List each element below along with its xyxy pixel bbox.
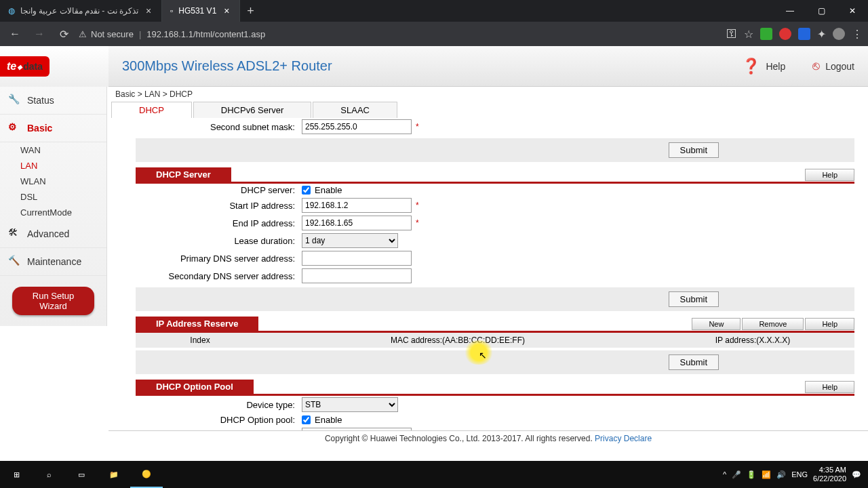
browser-tab-1[interactable]: ▫ HG531 V1 ×: [162, 0, 240, 22]
tab-dhcp[interactable]: DHCP: [111, 102, 192, 118]
ip-reserve-section-header: IP Address Reserve New Remove Help: [136, 317, 854, 333]
wifi-icon[interactable]: 📶: [762, 470, 771, 479]
new-tab-button[interactable]: +: [240, 4, 261, 18]
logo: te⬥data: [0, 56, 50, 77]
sidebar-item-basic[interactable]: ⚙ Basic: [0, 115, 106, 142]
sidebar-submenu: WAN LAN WLAN DSL CurrentMode: [0, 142, 106, 220]
security-warning: ⚠ Not secure: [79, 29, 134, 39]
system-tray: ^ 🎤 🔋 📶 🔊 ENG 4:35 AM 6/22/2020 💬: [723, 466, 868, 483]
search-button[interactable]: ⌕: [33, 461, 65, 488]
browser-tab-0[interactable]: ◍ تذكرة نت - نقدم مقالات عربية وانجا ×: [0, 0, 162, 22]
security-text: Not secure: [91, 29, 134, 39]
dhcp-server-section-header: DHCP Server Help: [136, 167, 854, 184]
reload-button[interactable]: ⟳: [54, 24, 73, 43]
logout-link[interactable]: ⎋ Logout: [812, 59, 854, 73]
lang-indicator[interactable]: ENG: [791, 470, 808, 479]
url-text: 192.168.1.1/html/content1.asp: [146, 29, 265, 39]
menu-icon[interactable]: ⋮: [852, 28, 863, 41]
maximize-button[interactable]: ▢: [806, 0, 837, 22]
run-setup-wizard-button[interactable]: Run Setup Wizard: [12, 287, 94, 315]
profile-icon[interactable]: [833, 28, 845, 40]
primary-dns-label: Primary DNS server address:: [136, 253, 302, 264]
help-button-3[interactable]: Help: [805, 381, 854, 393]
ext-icon-3[interactable]: [798, 28, 810, 40]
device-type-label: Device type:: [136, 400, 302, 410]
minimize-button[interactable]: —: [774, 0, 806, 22]
help-link[interactable]: ❓ Help: [742, 58, 785, 75]
mic-icon[interactable]: 🎤: [732, 470, 741, 479]
sidebar-label: Status: [27, 95, 54, 106]
second-mask-input[interactable]: [302, 119, 412, 134]
taskview-button[interactable]: ▭: [65, 461, 98, 488]
lease-label: Lease duration:: [136, 236, 302, 246]
sidebar-item-advanced[interactable]: 🛠 Advanced: [0, 220, 106, 248]
secondary-dns-input[interactable]: [302, 268, 412, 283]
tab-dhcpv6[interactable]: DHCPv6 Server: [193, 102, 311, 118]
privacy-link[interactable]: Privacy Declare: [595, 434, 652, 443]
forward-button[interactable]: →: [30, 24, 49, 43]
end-ip-label: End IP address:: [136, 218, 302, 228]
th-index: Index: [136, 336, 264, 345]
notification-icon[interactable]: 💬: [852, 470, 861, 479]
second-mask-label: Second subnet mask:: [136, 122, 302, 132]
lease-select[interactable]: 1 day: [302, 233, 398, 248]
tab-favicon: ▫: [170, 6, 173, 16]
device-type-select[interactable]: STB: [302, 397, 398, 412]
end-ip-input[interactable]: [302, 216, 412, 230]
ext-icon-2[interactable]: [779, 28, 791, 40]
close-button[interactable]: ✕: [837, 0, 868, 22]
window-controls: — ▢ ✕: [774, 0, 868, 22]
back-button[interactable]: ←: [5, 24, 24, 43]
sub-wan[interactable]: WAN: [20, 142, 106, 158]
primary-dns-input[interactable]: [302, 251, 412, 266]
content-panel: ↖ Second subnet mask: * Submit DHCP Serv…: [108, 118, 868, 430]
reserve-table-header: Index MAC address:(AA:BB:CC:DD:EE:FF) IP…: [136, 333, 854, 348]
logo-text-dark: data: [23, 61, 43, 72]
gear-icon: ⚙: [8, 121, 22, 135]
tab-slaac[interactable]: SLAAC: [313, 102, 397, 118]
sidebar-item-status[interactable]: 🔧 Status: [0, 87, 106, 115]
close-icon[interactable]: ×: [144, 6, 153, 16]
chrome-button[interactable]: 🟡: [130, 461, 163, 488]
start-button[interactable]: ⊞: [0, 461, 33, 488]
start-ip-input[interactable]: [302, 198, 412, 213]
logout-icon: ⎋: [812, 59, 820, 73]
sub-currentmode[interactable]: CurrentMode: [20, 205, 106, 220]
th-ip: IP address:(X.X.X.X): [651, 336, 854, 345]
volume-icon[interactable]: 🔊: [776, 470, 786, 479]
help-button-1[interactable]: Help: [805, 169, 854, 181]
help-button-2[interactable]: Help: [805, 318, 854, 330]
submit-button-2[interactable]: Submit: [669, 291, 719, 307]
pool-start-input[interactable]: [302, 428, 412, 430]
dhcp-enable-checkbox[interactable]: [302, 186, 311, 195]
ext-icon-1[interactable]: [760, 28, 772, 40]
sub-lan[interactable]: LAN: [20, 158, 106, 174]
option-pool-checkbox[interactable]: [302, 415, 311, 424]
sidebar-label: Advanced: [27, 228, 69, 239]
battery-icon[interactable]: 🔋: [747, 470, 756, 479]
submit-button-1[interactable]: Submit: [669, 142, 719, 158]
key-icon[interactable]: ⚿: [726, 28, 737, 40]
extensions-icon[interactable]: ✦: [817, 28, 826, 41]
copyright-text: Copyright © Huawei Technologies Co., Ltd…: [325, 434, 595, 443]
submit-button-3[interactable]: Submit: [669, 354, 719, 370]
sidebar-item-maintenance[interactable]: 🔨 Maintenance: [0, 248, 106, 276]
sidebar: 🔧 Status ⚙ Basic WAN LAN WLAN DSL Curren…: [0, 87, 107, 326]
start-ip-label: Start IP address:: [136, 201, 302, 211]
sub-dsl[interactable]: DSL: [20, 189, 106, 205]
dhcp-server-label: DHCP server:: [136, 185, 302, 195]
new-button[interactable]: New: [692, 318, 741, 330]
sub-wlan[interactable]: WLAN: [20, 174, 106, 189]
close-icon[interactable]: ×: [222, 6, 231, 16]
time-text: 4:35 AM: [813, 466, 846, 474]
explorer-button[interactable]: 📁: [98, 461, 130, 488]
tray-chevron-icon[interactable]: ^: [723, 470, 726, 479]
option-pool-title: DHCP Option Pool: [136, 380, 254, 394]
address-bar[interactable]: ⚠ Not secure | 192.168.1.1/html/content1…: [79, 29, 721, 39]
remove-button[interactable]: Remove: [742, 318, 804, 330]
advanced-icon: 🛠: [8, 227, 22, 241]
browser-toolbar: ← → ⟳ ⚠ Not secure | 192.168.1.1/html/co…: [0, 22, 868, 46]
tab-title: تذكرة نت - نقدم مقالات عربية وانجا: [20, 6, 138, 16]
clock[interactable]: 4:35 AM 6/22/2020: [813, 466, 846, 483]
star-icon[interactable]: ☆: [744, 28, 753, 41]
